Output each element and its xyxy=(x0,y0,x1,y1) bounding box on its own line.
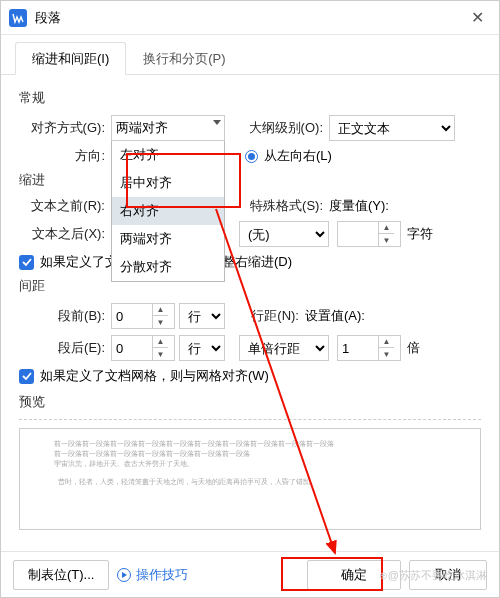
checkbox-snap-grid[interactable] xyxy=(19,369,34,384)
app-icon xyxy=(9,9,27,27)
tab-indent-spacing[interactable]: 缩进和间距(I) xyxy=(15,42,126,75)
line-spacing-select[interactable]: 单倍行距 xyxy=(239,335,329,361)
tabstop-button[interactable]: 制表位(T)... xyxy=(13,560,109,590)
measure-spinner[interactable]: ▲▼ xyxy=(337,221,401,247)
outline-select[interactable]: 正文文本 xyxy=(329,115,455,141)
label-align: 对齐方式(G): xyxy=(19,119,111,137)
label-line-spacing: 行距(N): xyxy=(225,307,305,325)
preview-box: 前一段落前一段落前一段落前一段落前一段落前一段落前一段落前一段落前一段落前一段落… xyxy=(19,428,481,530)
checkbox-auto-adjust[interactable] xyxy=(19,255,34,270)
align-option-distribute[interactable]: 分散对齐 xyxy=(112,253,224,281)
set-value-spinner[interactable]: ▲▼ xyxy=(337,335,401,361)
section-general: 常规 xyxy=(19,89,481,107)
align-option-left[interactable]: 左对齐 xyxy=(112,141,224,169)
after-para-spinner[interactable]: ▲▼ xyxy=(111,335,175,361)
window-title: 段落 xyxy=(35,9,463,27)
label-after-para: 段后(E): xyxy=(19,339,111,357)
align-option-center[interactable]: 居中对齐 xyxy=(112,169,224,197)
radio-ltr[interactable] xyxy=(245,150,258,163)
unit-times: 倍 xyxy=(407,339,420,357)
before-unit[interactable]: 行 xyxy=(179,303,225,329)
unit-char: 字符 xyxy=(407,225,433,243)
before-para-spinner[interactable]: ▲▼ xyxy=(111,303,175,329)
tips-link[interactable]: 操作技巧 xyxy=(117,566,188,584)
section-preview: 预览 xyxy=(19,394,45,409)
section-spacing: 间距 xyxy=(19,278,45,293)
label-after-text: 文本之后(X): xyxy=(19,225,111,243)
label-set-value: 设置值(A): xyxy=(305,307,391,325)
watermark: ⊕@苏苏不要吃冰淇淋 xyxy=(379,568,487,583)
play-icon xyxy=(117,568,131,582)
align-option-justify[interactable]: 两端对齐 xyxy=(112,225,224,253)
label-snap-grid: 如果定义了文档网格，则与网格对齐(W) xyxy=(40,367,269,385)
section-indent: 缩进 xyxy=(19,172,45,187)
align-select[interactable]: 左对齐 居中对齐 右对齐 两端对齐 分散对齐 xyxy=(111,115,225,141)
align-option-right[interactable]: 右对齐 xyxy=(112,197,224,225)
label-before-text: 文本之前(R): xyxy=(19,197,111,215)
tab-line-page-break[interactable]: 换行和分页(P) xyxy=(126,42,242,75)
label-before-para: 段前(B): xyxy=(19,307,111,325)
align-dropdown: 左对齐 居中对齐 右对齐 两端对齐 分散对齐 xyxy=(111,141,225,282)
special-select[interactable]: (无) xyxy=(239,221,329,247)
label-ltr: 从左向右(L) xyxy=(264,147,332,165)
label-special: 特殊格式(S): xyxy=(225,197,329,215)
label-direction: 方向: xyxy=(19,147,111,165)
after-unit[interactable]: 行 xyxy=(179,335,225,361)
label-outline: 大纲级别(O): xyxy=(225,119,329,137)
chevron-down-icon xyxy=(213,120,221,125)
close-icon[interactable]: ✕ xyxy=(463,8,491,27)
label-measure: 度量值(Y): xyxy=(329,197,415,215)
